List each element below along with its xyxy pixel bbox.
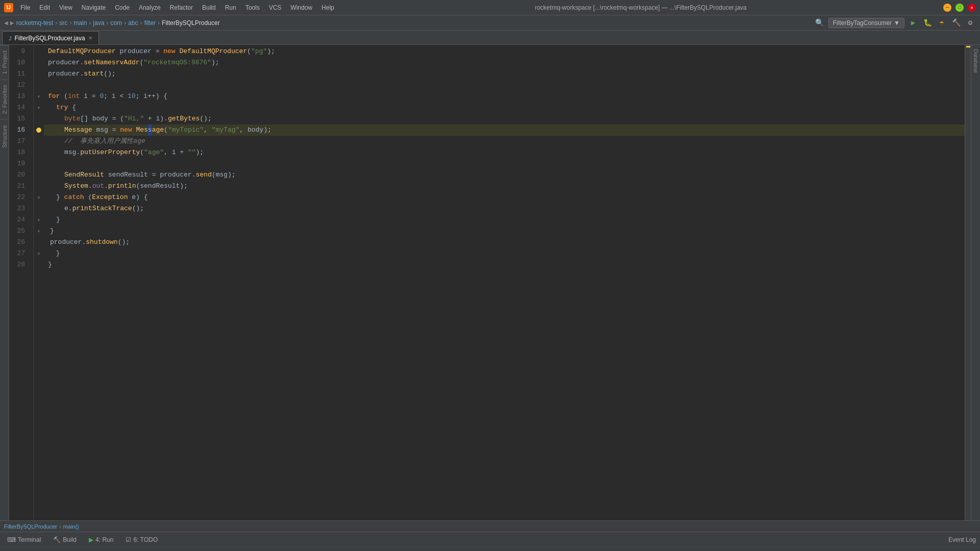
menu-item-run[interactable]: Run — [221, 2, 240, 13]
fold-icon-27[interactable]: ▼ — [38, 252, 40, 256]
breadcrumb-java[interactable]: java — [93, 19, 104, 27]
terminal-tab[interactable]: ⌨ Terminal — [4, 535, 44, 544]
line-num-17: 17 — [9, 136, 29, 147]
code-line-21: System . out . println ( sendResult ); — [44, 181, 965, 192]
tab-label: FilterBySQLProducer.java — [15, 35, 85, 42]
breadcrumb-bottom-class: FilterBySQLProducer — [4, 523, 57, 530]
menu-item-code[interactable]: Code — [111, 2, 134, 13]
sidebar-item-favorites[interactable]: 2: Favorites — [0, 79, 9, 119]
build-tab[interactable]: 🔨 Build — [50, 535, 80, 544]
app-logo: IJ — [4, 3, 13, 12]
build-label: Build — [63, 536, 77, 543]
breadcrumb-main[interactable]: main — [74, 19, 87, 27]
code-line-9: DefaultMQProducer producer = new Default… — [44, 46, 965, 57]
menu-item-window[interactable]: Window — [286, 2, 316, 13]
line-num-19: 19 — [9, 158, 29, 169]
gutter-23 — [34, 203, 44, 214]
fold-icon-25[interactable]: ▼ — [38, 229, 40, 234]
more-run-options[interactable]: ⚙ — [965, 17, 976, 29]
menu-item-view[interactable]: View — [55, 2, 77, 13]
gutter-10 — [34, 57, 44, 68]
run-tab[interactable]: ▶ 4: Run — [86, 535, 116, 544]
code-line-24: } — [44, 214, 965, 226]
search-everywhere-button[interactable]: 🔍 — [814, 17, 825, 29]
breadcrumb-class[interactable]: FilterBySQLProducer — [162, 19, 219, 27]
fold-icon-13[interactable]: ▼ — [38, 94, 40, 99]
editor-area: 9 10 11 12 13 14 15 16 17 18 19 20 21 22… — [9, 45, 971, 520]
event-log-label[interactable]: Event Log — [948, 536, 976, 543]
code-line-10: producer . setNamesrvAddr ( "rocketmqOS:… — [44, 57, 965, 68]
gutter-24: ▼ — [34, 214, 44, 226]
breadcrumb-filter[interactable]: filter — [144, 19, 156, 27]
menu-item-help[interactable]: Help — [317, 2, 338, 13]
tab-close-button[interactable]: ✕ — [88, 35, 92, 41]
title-bar: IJ FileEditViewNavigateCodeAnalyzeRefact… — [0, 0, 980, 15]
line-num-27: 27 — [9, 248, 29, 259]
forward-icon[interactable]: ▶ — [10, 19, 14, 27]
coverage-button[interactable]: ☂ — [936, 17, 947, 29]
line-num-18: 18 — [9, 147, 29, 158]
menu-item-edit[interactable]: Edit — [35, 2, 54, 13]
maximize-button[interactable]: □ — [955, 4, 964, 12]
main-layout: 1: Project 2: Favorites Structure 9 10 1… — [0, 45, 980, 520]
gutter-16 — [34, 124, 44, 136]
code-line-22: } catch ( Exception e ) { — [44, 192, 965, 203]
todo-tab[interactable]: ☑ 6: TODO — [122, 535, 161, 544]
tab-bar: J FilterBySQLProducer.java ✕ — [0, 31, 980, 45]
code-line-14: try { — [44, 102, 965, 113]
breadcrumb: rocketmq-test › src › main › java › com … — [16, 19, 220, 27]
menu-item-vcs[interactable]: VCS — [265, 2, 286, 13]
sidebar-item-project[interactable]: 1: Project — [0, 45, 9, 79]
line-num-26: 26 — [9, 237, 29, 248]
run-button[interactable]: ▶ — [908, 17, 919, 29]
tab-filter-by-sql-producer[interactable]: J FilterBySQLProducer.java ✕ — [2, 31, 99, 44]
code-line-12 — [44, 80, 965, 91]
menu-item-tools[interactable]: Tools — [241, 2, 264, 13]
menu-item-analyze[interactable]: Analyze — [135, 2, 165, 13]
gutter-18 — [34, 147, 44, 158]
code-content[interactable]: DefaultMQProducer producer = new Default… — [44, 45, 965, 520]
line-num-24: 24 — [9, 214, 29, 226]
menu-item-build[interactable]: Build — [198, 2, 220, 13]
gutter-25: ▼ — [34, 226, 44, 237]
line-num-20: 20 — [9, 169, 29, 181]
run-config-selector[interactable]: FilterByTagConsumer ▼ — [828, 18, 904, 28]
menu-item-refactor[interactable]: Refactor — [166, 2, 197, 13]
gutter-27: ▼ — [34, 248, 44, 259]
fold-icon-22[interactable]: ▼ — [38, 195, 40, 200]
left-side-panel: 1: Project 2: Favorites Structure — [0, 45, 9, 520]
todo-icon: ☑ — [126, 536, 131, 543]
gutter-17 — [34, 136, 44, 147]
line-num-12: 12 — [9, 80, 29, 91]
fold-icon-14[interactable]: ▼ — [38, 106, 40, 110]
gutter-15 — [34, 113, 44, 124]
bottom-right: Event Log — [948, 536, 976, 543]
fold-icon-24[interactable]: ▼ — [38, 218, 40, 222]
line-num-23: 23 — [9, 203, 29, 214]
close-button[interactable]: ✕ — [968, 4, 976, 12]
breadcrumb-com[interactable]: com — [110, 19, 122, 27]
breadcrumb-project[interactable]: rocketmq-test — [16, 19, 54, 27]
gutter-26 — [34, 237, 44, 248]
gutter-12 — [34, 80, 44, 91]
debug-button[interactable]: 🐛 — [922, 17, 933, 29]
code-line-23: e . printStackTrace (); — [44, 203, 965, 214]
bottom-bar: ⌨ Terminal 🔨 Build ▶ 4: Run ☑ 6: TODO Ev… — [0, 532, 980, 547]
breadcrumb-src[interactable]: src — [59, 19, 67, 27]
minimize-button[interactable]: — — [943, 4, 951, 12]
window-controls: — □ ✕ — [943, 4, 976, 12]
sidebar-item-structure[interactable]: Structure — [0, 119, 9, 153]
code-line-19 — [44, 158, 965, 169]
menu-item-file[interactable]: File — [16, 2, 34, 13]
gutter-11 — [34, 68, 44, 80]
line-num-13: 13 — [9, 91, 29, 102]
java-file-icon: J — [9, 35, 12, 41]
breadcrumb-bottom-bar: FilterBySQLProducer › main() — [0, 520, 980, 532]
build-button[interactable]: 🔨 — [950, 17, 962, 29]
gutter-9 — [34, 46, 44, 57]
back-icon[interactable]: ◀ — [4, 19, 8, 27]
breadcrumb-abc[interactable]: abc — [128, 19, 138, 27]
breadcrumb-bottom-method: main() — [63, 523, 79, 530]
menu-item-navigate[interactable]: Navigate — [78, 2, 110, 13]
database-panel-label[interactable]: Database — [971, 45, 981, 77]
